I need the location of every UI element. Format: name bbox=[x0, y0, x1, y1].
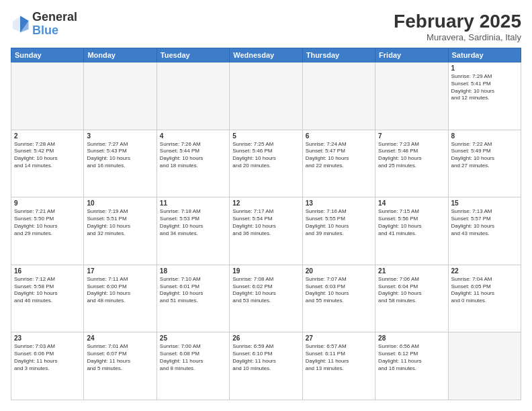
cell-w1-d2: 4Sunrise: 7:26 AM Sunset: 5:44 PM Daylig… bbox=[157, 130, 229, 197]
day-number: 17 bbox=[87, 267, 153, 275]
title-block: February 2025 Muravera, Sardinia, Italy bbox=[394, 11, 521, 42]
calendar-title: February 2025 bbox=[394, 11, 521, 32]
cell-w4-d4: 27Sunrise: 6:57 AM Sunset: 6:11 PM Dayli… bbox=[302, 332, 375, 400]
cell-w1-d3: 5Sunrise: 7:25 AM Sunset: 5:46 PM Daylig… bbox=[230, 130, 302, 197]
cell-w2-d3: 12Sunrise: 7:17 AM Sunset: 5:54 PM Dayli… bbox=[230, 197, 302, 265]
cell-w4-d1: 24Sunrise: 7:01 AM Sunset: 6:07 PM Dayli… bbox=[84, 332, 157, 400]
logo: General Blue bbox=[11, 11, 77, 38]
cell-w4-d2: 25Sunrise: 7:00 AM Sunset: 6:08 PM Dayli… bbox=[157, 332, 229, 400]
day-info: Sunrise: 7:28 AM Sunset: 5:42 PM Dayligh… bbox=[14, 141, 81, 170]
week-row-4: 23Sunrise: 7:03 AM Sunset: 6:06 PM Dayli… bbox=[11, 332, 521, 400]
calendar-subtitle: Muravera, Sardinia, Italy bbox=[394, 32, 521, 42]
day-number: 9 bbox=[14, 199, 81, 207]
cell-w2-d1: 10Sunrise: 7:19 AM Sunset: 5:51 PM Dayli… bbox=[84, 197, 157, 265]
col-friday: Friday bbox=[375, 48, 448, 62]
logo-text: General Blue bbox=[32, 11, 77, 38]
cell-w0-d2 bbox=[157, 62, 229, 130]
day-info: Sunrise: 7:10 AM Sunset: 6:01 PM Dayligh… bbox=[160, 276, 226, 305]
day-info: Sunrise: 7:04 AM Sunset: 6:05 PM Dayligh… bbox=[451, 276, 518, 305]
cell-w1-d0: 2Sunrise: 7:28 AM Sunset: 5:42 PM Daylig… bbox=[11, 130, 84, 197]
cell-w3-d2: 18Sunrise: 7:10 AM Sunset: 6:01 PM Dayli… bbox=[157, 265, 229, 332]
day-number: 2 bbox=[14, 132, 81, 140]
cell-w3-d3: 19Sunrise: 7:08 AM Sunset: 6:02 PM Dayli… bbox=[230, 265, 302, 332]
cell-w0-d1 bbox=[84, 62, 157, 130]
day-info: Sunrise: 7:19 AM Sunset: 5:51 PM Dayligh… bbox=[87, 208, 153, 237]
logo-line2: Blue bbox=[32, 24, 77, 38]
day-info: Sunrise: 7:25 AM Sunset: 5:46 PM Dayligh… bbox=[232, 141, 299, 170]
logo-icon bbox=[11, 15, 30, 34]
cell-w3-d5: 21Sunrise: 7:06 AM Sunset: 6:04 PM Dayli… bbox=[375, 265, 448, 332]
calendar-table: Sunday Monday Tuesday Wednesday Thursday… bbox=[11, 48, 521, 400]
day-info: Sunrise: 6:59 AM Sunset: 6:10 PM Dayligh… bbox=[232, 343, 299, 372]
cell-w2-d6: 15Sunrise: 7:13 AM Sunset: 5:57 PM Dayli… bbox=[448, 197, 521, 265]
day-info: Sunrise: 7:13 AM Sunset: 5:57 PM Dayligh… bbox=[451, 208, 518, 237]
cell-w1-d6: 8Sunrise: 7:22 AM Sunset: 5:49 PM Daylig… bbox=[448, 130, 521, 197]
day-info: Sunrise: 7:24 AM Sunset: 5:47 PM Dayligh… bbox=[306, 141, 372, 170]
week-row-1: 2Sunrise: 7:28 AM Sunset: 5:42 PM Daylig… bbox=[11, 130, 521, 197]
col-sunday: Sunday bbox=[11, 48, 84, 62]
col-wednesday: Wednesday bbox=[230, 48, 302, 62]
day-number: 5 bbox=[232, 132, 299, 140]
day-number: 26 bbox=[232, 334, 299, 342]
day-number: 16 bbox=[14, 267, 81, 275]
day-number: 4 bbox=[160, 132, 226, 140]
cell-w2-d4: 13Sunrise: 7:16 AM Sunset: 5:55 PM Dayli… bbox=[302, 197, 375, 265]
day-number: 13 bbox=[306, 199, 372, 207]
day-info: Sunrise: 7:06 AM Sunset: 6:04 PM Dayligh… bbox=[378, 276, 445, 305]
day-number: 28 bbox=[378, 334, 445, 342]
header: General Blue February 2025 Muravera, Sar… bbox=[11, 11, 521, 42]
cell-w4-d5: 28Sunrise: 6:56 AM Sunset: 6:12 PM Dayli… bbox=[375, 332, 448, 400]
day-info: Sunrise: 7:07 AM Sunset: 6:03 PM Dayligh… bbox=[306, 276, 372, 305]
day-info: Sunrise: 7:08 AM Sunset: 6:02 PM Dayligh… bbox=[232, 276, 299, 305]
day-number: 15 bbox=[451, 199, 518, 207]
cell-w3-d1: 17Sunrise: 7:11 AM Sunset: 6:00 PM Dayli… bbox=[84, 265, 157, 332]
day-info: Sunrise: 7:29 AM Sunset: 5:41 PM Dayligh… bbox=[451, 73, 518, 102]
col-saturday: Saturday bbox=[448, 48, 521, 62]
cell-w3-d0: 16Sunrise: 7:12 AM Sunset: 5:58 PM Dayli… bbox=[11, 265, 84, 332]
calendar-header: Sunday Monday Tuesday Wednesday Thursday… bbox=[11, 48, 521, 62]
day-info: Sunrise: 7:16 AM Sunset: 5:55 PM Dayligh… bbox=[306, 208, 372, 237]
day-number: 6 bbox=[306, 132, 372, 140]
day-info: Sunrise: 7:00 AM Sunset: 6:08 PM Dayligh… bbox=[160, 343, 226, 372]
day-number: 22 bbox=[451, 267, 518, 275]
day-number: 23 bbox=[14, 334, 81, 342]
day-info: Sunrise: 7:03 AM Sunset: 6:06 PM Dayligh… bbox=[14, 343, 81, 372]
day-info: Sunrise: 7:01 AM Sunset: 6:07 PM Dayligh… bbox=[87, 343, 153, 372]
day-number: 12 bbox=[232, 199, 299, 207]
day-number: 25 bbox=[160, 334, 226, 342]
col-tuesday: Tuesday bbox=[157, 48, 229, 62]
cell-w2-d2: 11Sunrise: 7:18 AM Sunset: 5:53 PM Dayli… bbox=[157, 197, 229, 265]
day-number: 20 bbox=[306, 267, 372, 275]
page: General Blue February 2025 Muravera, Sar… bbox=[0, 0, 532, 411]
day-info: Sunrise: 6:56 AM Sunset: 6:12 PM Dayligh… bbox=[378, 343, 445, 372]
calendar-body: 1Sunrise: 7:29 AM Sunset: 5:41 PM Daylig… bbox=[11, 62, 521, 400]
day-number: 3 bbox=[87, 132, 153, 140]
cell-w3-d4: 20Sunrise: 7:07 AM Sunset: 6:03 PM Dayli… bbox=[302, 265, 375, 332]
day-number: 21 bbox=[378, 267, 445, 275]
cell-w4-d0: 23Sunrise: 7:03 AM Sunset: 6:06 PM Dayli… bbox=[11, 332, 84, 400]
day-number: 10 bbox=[87, 199, 153, 207]
day-number: 1 bbox=[451, 64, 518, 72]
cell-w1-d4: 6Sunrise: 7:24 AM Sunset: 5:47 PM Daylig… bbox=[302, 130, 375, 197]
day-info: Sunrise: 7:27 AM Sunset: 5:43 PM Dayligh… bbox=[87, 141, 153, 170]
cell-w0-d0 bbox=[11, 62, 84, 130]
cell-w3-d6: 22Sunrise: 7:04 AM Sunset: 6:05 PM Dayli… bbox=[448, 265, 521, 332]
day-number: 24 bbox=[87, 334, 153, 342]
day-info: Sunrise: 7:23 AM Sunset: 5:48 PM Dayligh… bbox=[378, 141, 445, 170]
day-number: 7 bbox=[378, 132, 445, 140]
week-row-2: 9Sunrise: 7:21 AM Sunset: 5:50 PM Daylig… bbox=[11, 197, 521, 265]
day-info: Sunrise: 7:22 AM Sunset: 5:49 PM Dayligh… bbox=[451, 141, 518, 170]
day-number: 18 bbox=[160, 267, 226, 275]
cell-w0-d5 bbox=[375, 62, 448, 130]
day-info: Sunrise: 6:57 AM Sunset: 6:11 PM Dayligh… bbox=[306, 343, 372, 372]
day-number: 19 bbox=[232, 267, 299, 275]
day-info: Sunrise: 7:11 AM Sunset: 6:00 PM Dayligh… bbox=[87, 276, 153, 305]
day-info: Sunrise: 7:18 AM Sunset: 5:53 PM Dayligh… bbox=[160, 208, 226, 237]
week-row-0: 1Sunrise: 7:29 AM Sunset: 5:41 PM Daylig… bbox=[11, 62, 521, 130]
day-number: 14 bbox=[378, 199, 445, 207]
day-info: Sunrise: 7:12 AM Sunset: 5:58 PM Dayligh… bbox=[14, 276, 81, 305]
day-info: Sunrise: 7:15 AM Sunset: 5:56 PM Dayligh… bbox=[378, 208, 445, 237]
cell-w0-d4 bbox=[302, 62, 375, 130]
day-number: 27 bbox=[306, 334, 372, 342]
cell-w1-d1: 3Sunrise: 7:27 AM Sunset: 5:43 PM Daylig… bbox=[84, 130, 157, 197]
